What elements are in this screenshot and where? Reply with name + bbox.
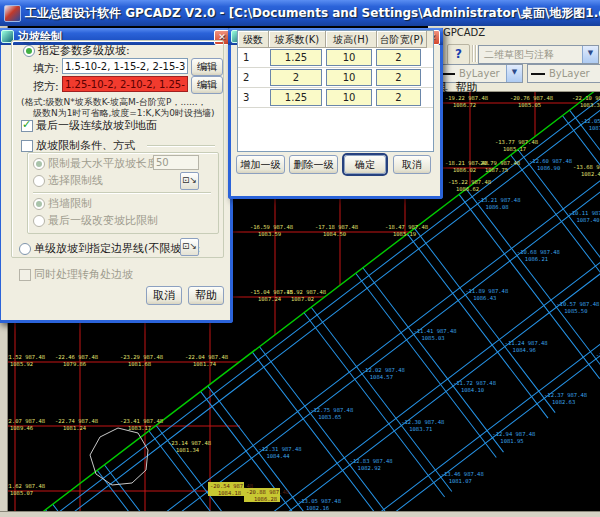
- coordinate-label: -11.41 987.48: [413, 328, 456, 334]
- coordinate-label: -10.68 987.48: [517, 249, 560, 255]
- elevation-label: 1085.50: [564, 308, 587, 314]
- elevation-label: 1085.17: [503, 146, 526, 152]
- coordinate-label: -13.68 987.48: [573, 164, 600, 170]
- radio-max-horizontal-length-label: 限制最大水平放坡长度:: [48, 156, 162, 171]
- elevation-label: 1085.92: [10, 361, 33, 367]
- cut-input[interactable]: [62, 76, 188, 92]
- table-cell[interactable]: 1.25: [270, 89, 322, 106]
- coordinate-label: -13.05 987.48: [298, 498, 341, 504]
- coordinate-label: -11.72 987.48: [453, 380, 496, 386]
- elevation-label: 1086.43: [473, 295, 496, 301]
- coordinate-label: -22.10 987.48: [572, 95, 600, 101]
- toolbar-separator: [475, 45, 477, 62]
- elevation-label: 1082.92: [358, 465, 381, 471]
- max-length-input[interactable]: [153, 155, 199, 170]
- elevation-label: 1082.63: [552, 399, 575, 405]
- elevation-label: 1086.90: [537, 165, 560, 171]
- coordinate-label: -15.92 987.48: [283, 289, 326, 295]
- coordinate-label: -22.46 987.48: [55, 354, 98, 360]
- fill-input[interactable]: [62, 58, 188, 74]
- coordinate-label: -12.37 987.48: [544, 392, 587, 398]
- coordinate-label: -11.24 987.48: [505, 340, 548, 346]
- radio-single-level-to-boundary-label: 单级放坡到指定边界线(不限坡比):: [34, 241, 200, 256]
- radio-retaining-wall-limit-label: 挡墙限制: [48, 196, 92, 211]
- coordinate-label: -12.83 987.48: [350, 458, 393, 464]
- elevation-label: 1085.05: [518, 102, 541, 108]
- cancel-button[interactable]: 取消: [393, 155, 431, 174]
- elevation-label: 1081.68: [128, 361, 151, 367]
- cut-label: 挖方:: [33, 79, 59, 94]
- pick-on-screen-icon[interactable]: ⊡↘: [180, 172, 199, 190]
- elevation-label: 1086.08: [485, 204, 508, 210]
- elevation-label: 1085.03: [421, 335, 444, 341]
- table-cell[interactable]: 10: [326, 49, 372, 66]
- chevron-down-icon[interactable]: ▼: [582, 46, 598, 63]
- radio-multi-level-slope[interactable]: [23, 45, 35, 57]
- coordinate-label: -22.04 987.48: [185, 354, 228, 360]
- coordinate-label: -23.14 987.48: [168, 440, 211, 446]
- app-icon: [4, 5, 21, 22]
- elevation-label: 1087.52: [589, 125, 600, 131]
- delete-level-button[interactable]: 删除一级: [289, 155, 338, 174]
- cut-params-dialog: 挖方参数设置 ✕ 级数坡系数(K)坡高(H)台阶宽(P) 11.25102221…: [228, 28, 443, 199]
- coordinate-label: -19.22 987.48: [445, 95, 488, 101]
- column-header: 坡高(H): [326, 31, 377, 48]
- elevation-label: 1083.59: [258, 231, 281, 237]
- fill-edit-button[interactable]: 编辑: [191, 58, 223, 76]
- coordinate-label: -18.47 987.48: [385, 224, 428, 230]
- coordinate-label: -22.07 987.48: [2, 418, 45, 424]
- cancel-button[interactable]: 取消: [146, 286, 182, 305]
- menu-item-help[interactable]: 帮助: [456, 81, 478, 94]
- table-cell[interactable]: 2: [376, 89, 421, 106]
- row-number: 3: [238, 92, 268, 103]
- coordinate-label: -20.88 987.48: [246, 489, 289, 495]
- coordinate-label: -23.41 987.48: [120, 418, 163, 424]
- coordinate-label: -12.60 987.48: [529, 158, 572, 164]
- elevation-label: 1083.71: [409, 426, 432, 432]
- coordinate-label: -16.59 987.48: [250, 224, 293, 230]
- linetype-combobox-value: ByLayer: [549, 68, 590, 79]
- table-cell[interactable]: 10: [326, 89, 372, 106]
- coordinate-label: -12.05 987.48: [581, 118, 600, 124]
- color-swatch: [441, 73, 455, 75]
- table-cell[interactable]: 2: [376, 69, 421, 86]
- linetype-swatch: [531, 73, 545, 75]
- checkbox-process-corners[interactable]: [19, 269, 31, 281]
- elevation-label: 1087.02: [291, 296, 314, 302]
- elevation-label: 1086.62: [456, 186, 479, 192]
- radio-multi-level-slope-label: 指定参数多级放坡:: [38, 43, 130, 58]
- radio-single-level-to-boundary[interactable]: [19, 243, 31, 255]
- toolbar-panel: GPCADZ ? 二维草图与注释 ▼ ByLayer ▼ ByLayer 具 帮…: [428, 26, 600, 92]
- table-cell[interactable]: 2: [270, 69, 322, 86]
- workspace-combobox[interactable]: 二维草图与注释 ▼: [478, 45, 599, 64]
- elevation-label: 1081.24: [63, 425, 87, 431]
- elevation-label: 1083.65: [318, 414, 341, 420]
- column-header: 坡系数(K): [269, 31, 326, 48]
- radio-change-last-ratio[interactable]: [33, 215, 45, 227]
- cut-edit-button[interactable]: 编辑: [191, 76, 223, 94]
- radio-select-limit-line[interactable]: [33, 175, 45, 187]
- coordinate-label: -12.30 987.48: [401, 419, 444, 425]
- checkbox-slope-limit[interactable]: [21, 140, 33, 152]
- add-level-button[interactable]: 增加一级: [236, 155, 285, 174]
- coordinate-label: -13.46 987.48: [441, 471, 484, 477]
- coordinate-label: -21.52 987.48: [2, 354, 45, 360]
- workspace-combobox-value: 二维草图与注释: [484, 48, 554, 62]
- help-button[interactable]: 帮助: [188, 286, 224, 305]
- table-cell[interactable]: 10: [326, 69, 372, 86]
- coordinate-label: -11.80 987.48: [596, 352, 600, 358]
- radio-max-horizontal-length[interactable]: [33, 158, 45, 170]
- help-icon-button[interactable]: ?: [447, 44, 470, 65]
- coordinate-label: -10.11 987.48: [569, 210, 600, 216]
- coordinate-label: -21.62 987.48: [2, 483, 45, 489]
- radio-retaining-wall-limit[interactable]: [33, 198, 45, 210]
- pick-on-screen-icon[interactable]: ⊡↘: [180, 238, 199, 256]
- table-cell[interactable]: 2: [376, 49, 421, 66]
- params-table: 级数坡系数(K)坡高(H)台阶宽(P) 11.251022210231.2510…: [237, 30, 434, 152]
- color-combobox-value: ByLayer: [459, 68, 500, 79]
- table-cell[interactable]: 1.25: [270, 49, 322, 66]
- ok-button[interactable]: 确定: [344, 155, 386, 174]
- coordinate-label: -20.79 987.48: [477, 160, 520, 166]
- checkbox-last-level-to-ground[interactable]: [21, 120, 33, 132]
- separator-line: [33, 192, 211, 194]
